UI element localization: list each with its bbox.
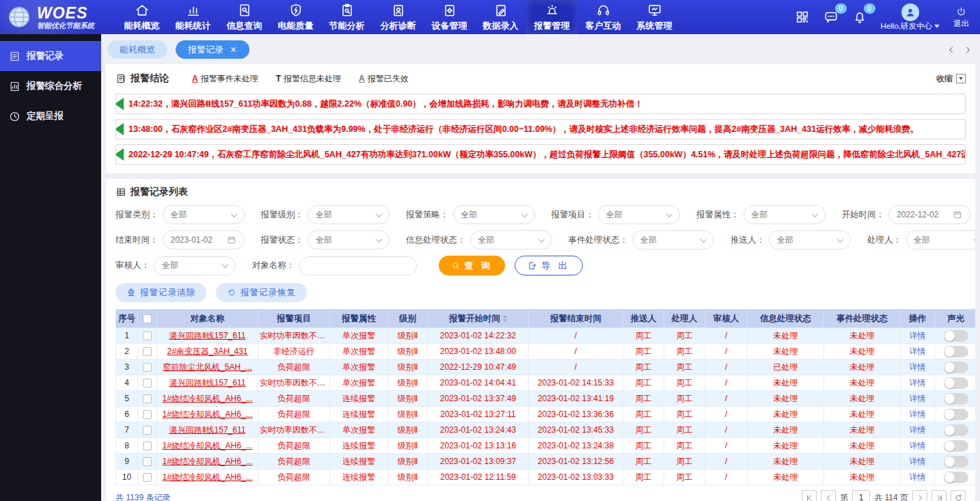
object-name-link[interactable]: 潞兴回路Ⅱ线157_611 [169, 331, 246, 340]
collapse-button[interactable]: 收缩 [936, 73, 966, 85]
nav-item-headset[interactable]: 客户互动 [577, 0, 629, 34]
select-报警类别[interactable]: 全部 [163, 205, 245, 224]
object-name-input[interactable] [308, 261, 409, 271]
logout-button[interactable]: 退出 [953, 6, 969, 29]
sound-light-toggle[interactable] [944, 409, 968, 420]
nav-item-chart[interactable]: 能耗统计 [167, 0, 219, 34]
detail-link[interactable]: 详情 [910, 425, 926, 435]
sidebar-item-doc-bars[interactable]: 报警综合分析 [0, 71, 101, 101]
query-button[interactable]: 查 询 [439, 256, 506, 275]
tab-1[interactable]: 能耗概览 [107, 40, 167, 59]
row-checkbox[interactable] [143, 379, 152, 388]
nav-item-clip-search[interactable]: 节能分析 [321, 0, 372, 34]
select-报警状态[interactable]: 全部 [308, 230, 390, 249]
row-checkbox[interactable] [143, 410, 152, 419]
legend-item-3[interactable]: A报警已失效 [359, 73, 409, 85]
notifications-button[interactable]: 0 [852, 10, 867, 25]
object-name-link[interactable]: 2#南变压器_3AH_431 [167, 347, 247, 356]
date-结束时间[interactable]: 2023-01-02 [163, 230, 245, 249]
nav-item-home[interactable]: 能耗概览 [116, 0, 167, 34]
detail-link[interactable]: 详情 [910, 347, 926, 356]
object-name-link[interactable]: 1#烧结冷却风机_AH6_... [162, 394, 252, 403]
object-name-link[interactable]: 潞兴回路Ⅱ线157_611 [169, 425, 246, 435]
checkbox[interactable] [143, 314, 152, 323]
select-报警级别[interactable]: 全部 [308, 205, 390, 224]
object-name-link[interactable]: 窑前除尘北风机_5AH_... [163, 362, 252, 372]
column-header-6[interactable]: 报警开始时间 [428, 310, 529, 328]
sound-light-toggle[interactable] [944, 440, 968, 452]
detail-link[interactable]: 详情 [910, 394, 926, 403]
select-事件处理状态[interactable]: 全部 [632, 230, 714, 249]
nav-item-clip-pencil[interactable]: 数据录入 [475, 0, 526, 34]
select-信息处理状态[interactable]: 全部 [470, 230, 552, 249]
select-报警项目[interactable]: 全部 [598, 205, 680, 224]
restore-records-button[interactable]: 报警记录恢复 [216, 283, 307, 302]
cell-start: 2023-01-02 13:24:43 [428, 422, 529, 438]
nav-item-alarm[interactable]: 报警管理 [526, 0, 577, 34]
object-name-link[interactable]: 1#烧结冷却风机_AH6_... [162, 441, 252, 450]
filter-group: 推送人：全部 [731, 230, 851, 249]
nav-item-monitor-tool[interactable]: 系统管理 [629, 0, 680, 34]
row-checkbox[interactable] [143, 394, 152, 403]
export-button[interactable]: 导 出 [515, 256, 583, 275]
sound-light-toggle[interactable] [944, 456, 968, 468]
cell-level: 级别Ⅱ [388, 422, 428, 438]
select-推送人[interactable]: 全部 [769, 230, 851, 249]
object-name-link[interactable]: 潞兴回路Ⅱ线157_611 [169, 378, 246, 388]
row-checkbox[interactable] [143, 363, 152, 372]
sidebar-item-doc-lines[interactable]: 报警记录 [0, 41, 101, 71]
cell-auditor: / [705, 470, 748, 485]
qr-code-icon[interactable] [795, 10, 810, 25]
messages-button[interactable]: 0 [824, 10, 839, 25]
select-报警策略[interactable]: 全部 [453, 205, 535, 224]
prev-page-button[interactable] [821, 490, 836, 501]
detail-link[interactable]: 详情 [910, 331, 926, 340]
page-suffix: 共 114 页 [874, 492, 908, 501]
row-checkbox[interactable] [143, 457, 152, 466]
row-checkbox[interactable] [143, 473, 152, 482]
cell-no: 2 [116, 344, 138, 360]
legend-item-2[interactable]: T报警信息未处理 [276, 73, 341, 85]
sound-light-toggle[interactable] [944, 393, 968, 405]
object-name-link[interactable]: 1#烧结冷却风机_AH6_... [162, 409, 252, 419]
object-name-link[interactable]: 1#烧结冷却风机_AH6_... [162, 457, 252, 466]
select-all-checkbox[interactable] [138, 310, 157, 328]
sound-light-toggle[interactable] [944, 377, 968, 389]
select-报警属性[interactable]: 全部 [744, 205, 826, 224]
sound-light-toggle[interactable] [944, 346, 968, 357]
refresh-button[interactable] [951, 490, 966, 501]
next-page-button[interactable] [912, 490, 927, 501]
sidebar-item-clock[interactable]: 定期呈报 [0, 101, 101, 131]
clear-records-button[interactable]: 报警记录清除 [115, 283, 206, 302]
user-menu[interactable]: Hello,研发中心 [881, 3, 940, 31]
detail-link[interactable]: 详情 [910, 457, 926, 466]
detail-link[interactable]: 详情 [910, 441, 926, 450]
sound-light-toggle[interactable] [944, 362, 968, 373]
sound-light-toggle[interactable] [944, 330, 968, 342]
current-page-input[interactable]: 1 [852, 490, 870, 501]
first-page-button[interactable] [802, 490, 817, 501]
nav-item-shield-bolt[interactable]: 电能质量 [270, 0, 321, 34]
last-page-button[interactable] [931, 490, 947, 501]
legend-item-1[interactable]: A报警事件未处理 [192, 73, 258, 85]
sound-light-toggle[interactable] [944, 472, 968, 483]
date-开始时间[interactable]: 2022-12-02 [888, 205, 970, 224]
tab-2[interactable]: 报警记录 [176, 40, 249, 59]
detail-link[interactable]: 详情 [910, 362, 926, 372]
detail-link[interactable]: 详情 [910, 472, 926, 482]
nav-item-clip-gear[interactable]: 设备管理 [424, 0, 475, 34]
sound-light-toggle[interactable] [944, 424, 968, 436]
export-icon [528, 261, 537, 271]
row-checkbox[interactable] [143, 426, 152, 435]
select-处理人[interactable]: 全部 [906, 230, 975, 249]
object-name-link[interactable]: 1#烧结冷却风机_AH6_... [162, 472, 252, 482]
detail-link[interactable]: 详情 [910, 378, 926, 388]
nav-item-doc-search[interactable]: 信息查询 [219, 0, 270, 34]
row-checkbox[interactable] [143, 442, 152, 450]
detail-link[interactable]: 详情 [910, 409, 926, 419]
select-审核人[interactable]: 全部 [154, 256, 236, 275]
row-checkbox[interactable] [143, 347, 152, 356]
row-checkbox[interactable] [143, 331, 152, 340]
alarm-records-panel: 报警记录列表 报警类别：全部报警级别：全部报警策略：全部报警项目：全部报警属性：… [106, 179, 975, 501]
nav-item-clip-user[interactable]: 分析诊断 [372, 0, 424, 34]
